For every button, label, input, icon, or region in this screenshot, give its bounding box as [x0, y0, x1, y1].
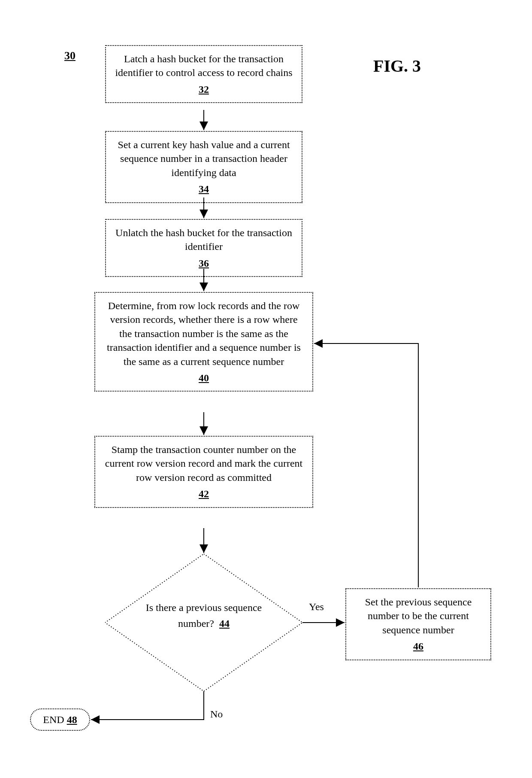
decision-44-text: Is there a previous sequence number? — [146, 602, 262, 629]
step-46: Set the previous sequence number to be t… — [345, 588, 491, 660]
step-36-text: Unlatch the hash bucket for the transact… — [115, 227, 292, 252]
end-text: END — [43, 714, 64, 725]
step-36: Unlatch the hash bucket for the transact… — [105, 219, 302, 277]
decision-44-label: Is there a previous sequence number? 44 — [133, 601, 275, 630]
diagram-ref: 30 — [64, 49, 76, 62]
step-42-text: Stamp the transaction counter number on … — [105, 444, 302, 483]
step-32-text: Latch a hash bucket for the transaction … — [115, 53, 292, 78]
step-42: Stamp the transaction counter number on … — [94, 436, 313, 508]
step-40: Determine, from row lock records and the… — [94, 292, 313, 392]
step-32: Latch a hash bucket for the transaction … — [105, 45, 302, 103]
step-46-ref: 46 — [413, 639, 423, 653]
step-34: Set a current key hash value and a curre… — [105, 131, 302, 203]
edge-no-label: No — [210, 708, 223, 720]
flowchart-canvas: FIG. 3 30 Latch a hash bucket for the tr… — [0, 0, 532, 778]
step-36-ref: 36 — [199, 256, 209, 270]
figure-caption: FIG. 3 — [373, 56, 421, 76]
step-34-text: Set a current key hash value and a curre… — [118, 139, 290, 178]
decision-44-ref: 44 — [219, 617, 230, 630]
step-40-ref: 40 — [199, 371, 209, 385]
step-32-ref: 32 — [199, 82, 209, 96]
edge-yes-label: Yes — [309, 601, 324, 613]
end-ref: 48 — [67, 709, 77, 730]
step-40-text: Determine, from row lock records and the… — [107, 300, 301, 367]
step-42-ref: 42 — [199, 487, 209, 501]
step-34-ref: 34 — [199, 182, 209, 196]
step-46-text: Set the previous sequence number to be t… — [365, 596, 472, 635]
end-terminator: END 48 — [30, 708, 90, 731]
